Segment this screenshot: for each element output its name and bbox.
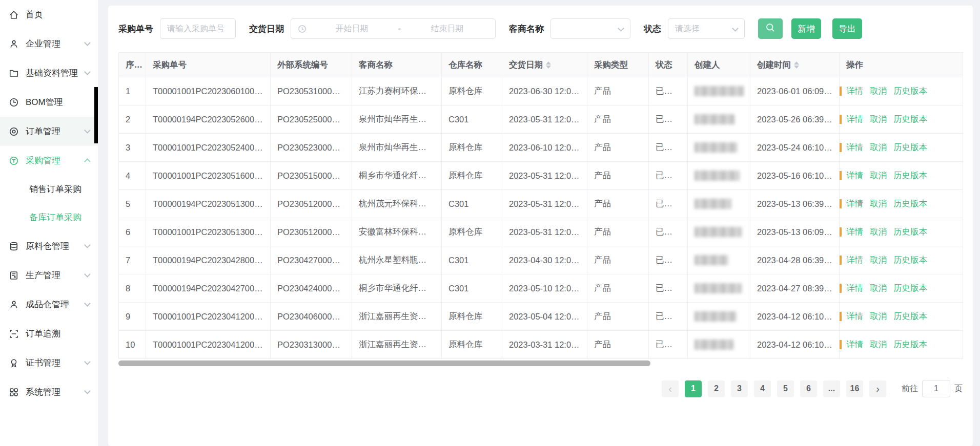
cell-delivery-date: 2023-04-30 12:04:00 bbox=[502, 246, 587, 274]
sidebar-item-7[interactable]: 生产管理 bbox=[0, 261, 98, 290]
sort-carets-icon[interactable] bbox=[546, 61, 551, 69]
cell-status: 已确认 bbox=[649, 218, 688, 246]
sidebar-item-8[interactable]: 成品仓管理 bbox=[0, 290, 98, 319]
action-link-detail[interactable]: 详情 bbox=[846, 142, 863, 153]
sort-carets-icon[interactable] bbox=[794, 61, 799, 69]
action-link-history[interactable]: 历史版本 bbox=[893, 142, 927, 153]
chevron-down-icon bbox=[84, 300, 91, 307]
sidebar-item-10[interactable]: 证书管理 bbox=[0, 348, 98, 377]
action-link-detail[interactable]: 详情 bbox=[846, 339, 863, 350]
action-link-detail[interactable]: 详情 bbox=[846, 283, 863, 294]
sidebar-item-1[interactable]: 企业管理 bbox=[0, 29, 98, 58]
action-link-history[interactable]: 历史版本 bbox=[893, 114, 927, 125]
add-button[interactable]: 新增 bbox=[791, 18, 821, 39]
action-link-history[interactable]: 历史版本 bbox=[893, 339, 927, 350]
sidebar-item-11[interactable]: 系统管理 bbox=[0, 377, 98, 407]
cell-customer: 安徽富林环保科技有限... bbox=[352, 218, 442, 246]
purchase-no-input[interactable] bbox=[160, 18, 236, 39]
page-button-1[interactable]: 1 bbox=[685, 380, 702, 397]
export-button[interactable]: 导出 bbox=[832, 18, 862, 39]
sidebar-item-3[interactable]: BOM管理 bbox=[0, 88, 98, 117]
column-header-10: 操作 bbox=[840, 53, 963, 77]
cell-created-time: 2023-06-01 06:09:59 bbox=[750, 77, 840, 105]
action-link-cancel[interactable]: 取消 bbox=[870, 170, 887, 181]
sidebar: 首页企业管理基础资料管理BOM管理订单管理采购管理销售订单采购备库订单采购原料仓… bbox=[0, 0, 98, 446]
action-link-cancel[interactable]: 取消 bbox=[870, 198, 887, 209]
action-link-detail[interactable]: 详情 bbox=[846, 311, 863, 322]
action-link-detail[interactable]: 详情 bbox=[846, 114, 863, 125]
action-link-history[interactable]: 历史版本 bbox=[893, 283, 927, 294]
action-link-detail[interactable]: 详情 bbox=[846, 86, 863, 97]
more-pages-button[interactable]: ... bbox=[823, 380, 840, 397]
cell-customer: 桐乡市华通化纤有限公司 bbox=[352, 274, 442, 303]
action-link-history[interactable]: 历史版本 bbox=[893, 311, 927, 322]
cell-customer: 浙江嘉丽再生资源有限... bbox=[352, 331, 442, 359]
action-link-detail[interactable]: 详情 bbox=[846, 198, 863, 209]
customer-label: 客商名称 bbox=[509, 23, 544, 35]
sidebar-item-5[interactable]: 采购管理 bbox=[0, 146, 98, 175]
page-button-16[interactable]: 16 bbox=[846, 380, 863, 397]
action-link-cancel[interactable]: 取消 bbox=[870, 283, 887, 294]
action-link-history[interactable]: 历史版本 bbox=[893, 86, 927, 97]
page-button-2[interactable]: 2 bbox=[708, 380, 725, 397]
prev-page-button[interactable]: ‹ bbox=[662, 380, 679, 397]
column-header-9[interactable]: 创建时间 bbox=[750, 53, 840, 77]
action-link-cancel[interactable]: 取消 bbox=[870, 86, 887, 97]
page-button-5[interactable]: 5 bbox=[777, 380, 794, 397]
cell-seq: 4 bbox=[119, 162, 146, 190]
cell-actions: 详情取消历史版本 bbox=[840, 303, 963, 331]
action-link-detail[interactable]: 详情 bbox=[846, 170, 863, 181]
cell-delivery-date: 2023-05-10 12:05:00 bbox=[502, 274, 587, 303]
sidebar-subitem-5-1[interactable]: 备库订单采购 bbox=[0, 203, 98, 231]
delivery-date-range-picker[interactable]: 开始日期 - 结束日期 bbox=[291, 18, 496, 39]
next-page-button[interactable]: › bbox=[869, 380, 886, 397]
action-link-history[interactable]: 历史版本 bbox=[893, 170, 927, 181]
goto-page-input[interactable] bbox=[922, 380, 950, 397]
cell-warehouse: C301 bbox=[442, 246, 502, 274]
column-header-label: 交货日期 bbox=[509, 59, 543, 71]
search-button[interactable] bbox=[758, 18, 783, 39]
cell-status: 已确认 bbox=[649, 274, 688, 303]
action-link-cancel[interactable]: 取消 bbox=[870, 114, 887, 125]
action-link-history[interactable]: 历史版本 bbox=[893, 226, 927, 238]
cell-purchase-type: 产品 bbox=[587, 303, 649, 331]
cell-po-no: T00001001PC2023051600000138 bbox=[146, 162, 271, 190]
chevron-down-icon bbox=[84, 242, 91, 248]
horizontal-scrollbar-thumb[interactable] bbox=[118, 360, 650, 366]
cell-status: 已确认 bbox=[649, 331, 688, 359]
column-header-6: 采购类型 bbox=[587, 53, 649, 77]
action-link-cancel[interactable]: 取消 bbox=[870, 254, 887, 266]
action-link-cancel[interactable]: 取消 bbox=[870, 311, 887, 322]
cell-seq: 9 bbox=[119, 303, 146, 331]
page-button-4[interactable]: 4 bbox=[754, 380, 771, 397]
sidebar-item-0[interactable]: 首页 bbox=[0, 0, 98, 29]
sidebar-item-2[interactable]: 基础资料管理 bbox=[0, 58, 98, 88]
cell-seq: 5 bbox=[119, 190, 146, 218]
cell-ext-no: PO23051500000177 bbox=[271, 162, 352, 190]
cell-status: 已确认 bbox=[649, 134, 688, 162]
sidebar-scrollbar-thumb[interactable] bbox=[94, 87, 98, 143]
action-link-cancel[interactable]: 取消 bbox=[870, 339, 887, 350]
page-button-3[interactable]: 3 bbox=[731, 380, 748, 397]
sidebar-item-4[interactable]: 订单管理 bbox=[0, 117, 98, 146]
page-button-6[interactable]: 6 bbox=[800, 380, 817, 397]
sidebar-subitem-5-0[interactable]: 销售订单采购 bbox=[0, 175, 98, 203]
action-link-cancel[interactable]: 取消 bbox=[870, 142, 887, 153]
chevron-down-icon bbox=[618, 25, 624, 32]
purchase-order-table-wrap: 序号采购单号外部系统编号客商名称仓库名称交货日期采购类型状态创建人创建时间操作 … bbox=[118, 52, 963, 366]
action-link-detail[interactable]: 详情 bbox=[846, 254, 863, 266]
customer-select[interactable] bbox=[550, 18, 630, 39]
action-link-history[interactable]: 历史版本 bbox=[893, 254, 927, 266]
cell-actions: 详情取消历史版本 bbox=[840, 77, 963, 105]
action-link-cancel[interactable]: 取消 bbox=[870, 226, 887, 238]
hidden-action-marker bbox=[840, 171, 842, 180]
action-link-history[interactable]: 历史版本 bbox=[893, 198, 927, 209]
column-header-5[interactable]: 交货日期 bbox=[502, 53, 587, 77]
action-link-detail[interactable]: 详情 bbox=[846, 226, 863, 238]
status-select[interactable]: 请选择 bbox=[668, 18, 745, 39]
sidebar-item-9[interactable]: 订单追溯 bbox=[0, 319, 98, 348]
sidebar-item-label: 系统管理 bbox=[26, 386, 85, 398]
cell-po-no: T00001001PC2023060100000140 bbox=[146, 77, 271, 105]
sidebar-item-6[interactable]: 原料仓管理 bbox=[0, 231, 98, 261]
cell-po-no: T00000194PC2023042800001070 bbox=[146, 246, 271, 274]
